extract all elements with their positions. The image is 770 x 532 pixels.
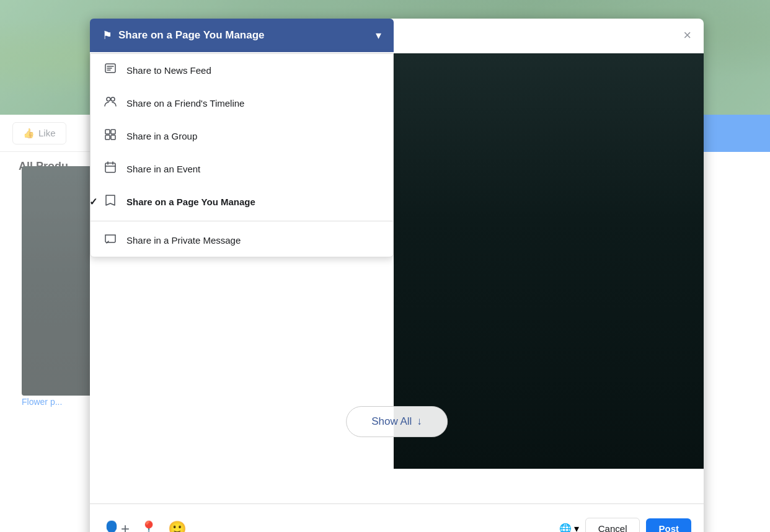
- friends-timeline-label: Share on a Friend's Timeline: [126, 98, 244, 109]
- modal-cancel-button[interactable]: Cancel: [585, 518, 640, 532]
- modal-close-button[interactable]: ×: [683, 29, 691, 42]
- private-message-icon: [103, 233, 118, 248]
- group-icon: [103, 128, 118, 144]
- modal-privacy-chevron-icon: ▾: [574, 523, 579, 532]
- svg-point-1: [107, 97, 110, 101]
- dropdown-arrow-icon: ▾: [376, 29, 381, 42]
- modal-media-area: [394, 53, 704, 469]
- event-label: Share in an Event: [126, 164, 200, 174]
- modal-show-all-label: Show All: [371, 415, 412, 428]
- menu-item-page[interactable]: ✓ Share on a Page You Manage: [91, 185, 393, 218]
- share-modal: × ⚑ Share on a Page You Manage ▾ Share t…: [90, 19, 704, 532]
- modal-emoji-icon[interactable]: 🙂: [168, 520, 187, 533]
- svg-rect-4: [111, 130, 115, 134]
- private-message-label: Share in a Private Message: [126, 235, 241, 246]
- svg-rect-7: [105, 163, 115, 172]
- menu-item-friends-timeline[interactable]: Share on a Friend's Timeline: [91, 87, 393, 120]
- news-feed-icon: [103, 63, 118, 78]
- svg-rect-3: [105, 130, 110, 134]
- share-type-label: Share on a Page You Manage: [118, 29, 370, 42]
- modal-globe-icon: 🌐: [559, 523, 572, 532]
- menu-divider: [91, 221, 393, 221]
- group-label: Share in a Group: [126, 131, 197, 141]
- modal-show-all-button[interactable]: Show All ↓: [346, 406, 448, 437]
- friends-timeline-icon: [103, 95, 118, 111]
- modal-location-icon[interactable]: 📍: [139, 520, 158, 533]
- menu-item-group[interactable]: Share in a Group: [91, 120, 393, 153]
- menu-item-news-feed[interactable]: Share to News Feed: [91, 54, 393, 87]
- menu-item-private-message[interactable]: Share in a Private Message: [91, 224, 393, 257]
- page-label: Share on a Page You Manage: [126, 197, 255, 207]
- modal-add-friend-icon[interactable]: 👤+: [102, 520, 130, 533]
- svg-rect-6: [111, 135, 115, 140]
- news-feed-label: Share to News Feed: [126, 65, 211, 76]
- modal-footer: 👤+ 📍 🙂 🌐 ▾ Cancel Post: [90, 503, 704, 532]
- share-type-menu: Share to News Feed Share on a Friend's T…: [90, 53, 394, 257]
- page-icon: [103, 194, 118, 210]
- modal-post-button[interactable]: Post: [646, 518, 691, 532]
- modal-privacy-selector[interactable]: 🌐 ▾: [559, 523, 579, 532]
- svg-rect-5: [105, 135, 110, 140]
- event-icon: [103, 161, 118, 177]
- svg-point-2: [111, 97, 115, 101]
- share-type-dropdown[interactable]: ⚑ Share on a Page You Manage ▾: [90, 19, 394, 52]
- checkmark-icon: ✓: [89, 196, 97, 208]
- modal-show-all-icon: ↓: [417, 415, 422, 428]
- share-type-icon: ⚑: [102, 29, 112, 42]
- modal-footer-right: 🌐 ▾ Cancel Post: [559, 518, 691, 532]
- menu-item-event[interactable]: Share in an Event: [91, 153, 393, 185]
